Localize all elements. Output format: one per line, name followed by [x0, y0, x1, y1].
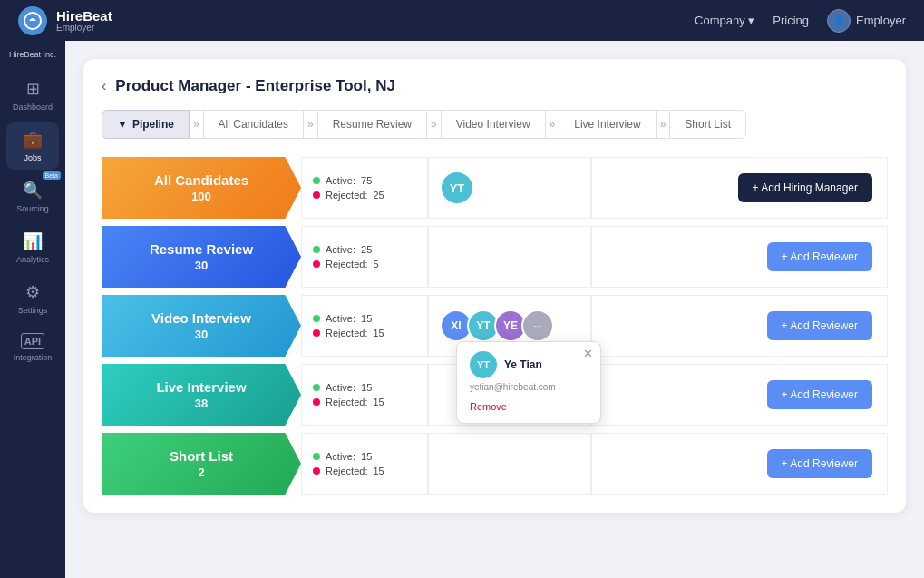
active-stat: Active: 15 [313, 313, 416, 324]
sidebar-item-jobs[interactable]: 💼 Jobs [6, 122, 59, 170]
main-layout: HireBeat Inc. ⊞ Dashboard 💼 Jobs 🔍 Sourc… [0, 41, 924, 578]
active-stat: Active: 15 [313, 382, 416, 393]
topnav-links: Company ▾ Pricing 👤 Employer [695, 9, 906, 33]
logo-area: HireBeat Employer [18, 6, 112, 35]
avatars-short-list [428, 433, 591, 495]
active-dot [313, 453, 320, 460]
rejected-stat: Rejected: 5 [313, 259, 416, 269]
sidebar-item-analytics[interactable]: 📊 Analytics [6, 224, 59, 271]
add-reviewer-button-2[interactable]: + Add Reviewer [767, 311, 872, 340]
back-button[interactable]: ‹ [102, 78, 106, 94]
avatars-all-candidates: YT [428, 157, 591, 219]
reviewer-tooltip: ✕ YT Ye Tian yetian@hirebeat.com Remove [456, 341, 601, 424]
tab-all-candidates[interactable]: All Candidates [203, 110, 304, 139]
action-short-list: + Add Reviewer [591, 433, 888, 495]
active-stat: Active: 25 [313, 244, 416, 255]
tab-short-list[interactable]: Short List [669, 110, 746, 139]
dashboard-icon: ⊞ [26, 79, 40, 99]
tooltip-email: yetian@hirebeat.com [470, 382, 588, 392]
beta-badge: Beta [43, 171, 61, 180]
stage-name: Resume Review [150, 241, 253, 257]
active-dot [313, 315, 320, 322]
tooltip-close-button[interactable]: ✕ [583, 348, 593, 359]
sidebar-label-dashboard: Dashboard [13, 103, 53, 112]
logo-name: HireBeat [56, 9, 112, 23]
main-card: ‹ Product Manager - Enterprise Tool, NJ … [83, 59, 906, 513]
page-header: ‹ Product Manager - Enterprise Tool, NJ [102, 77, 888, 95]
stage-short-list: Short List 2 [102, 433, 301, 495]
tooltip-name: Ye Tian [504, 358, 542, 371]
logo-text-block: HireBeat Employer [56, 9, 112, 33]
sidebar-label-integration: Integration [14, 353, 53, 362]
filter-icon: ▼ [117, 118, 128, 131]
employer-avatar: 👤 [827, 9, 851, 33]
tab-arrow-1: » [190, 110, 203, 139]
active-stat: Active: 75 [313, 175, 416, 186]
avatars-video-interview: XI YT YE ··· ✕ YT Ye Tian yetian@hirebea… [428, 295, 591, 357]
sidebar-item-dashboard[interactable]: ⊞ Dashboard [6, 72, 59, 119]
rejected-dot [313, 260, 320, 268]
active-dot [313, 384, 320, 391]
pricing-link[interactable]: Pricing [773, 14, 809, 27]
tooltip-avatar: YT [470, 351, 497, 378]
tooltip-header: YT Ye Tian [470, 351, 588, 378]
logo-icon [18, 6, 47, 35]
stage-count: 38 [195, 397, 208, 410]
rejected-stat: Rejected: 25 [313, 190, 416, 201]
tooltip-remove-button[interactable]: Remove [470, 401, 507, 412]
stage-row-resume-review: Resume Review 30 Active: 25 Rejected: 5 [102, 226, 888, 288]
jobs-icon: 💼 [23, 130, 43, 150]
sidebar-item-settings[interactable]: ⚙ Settings [6, 275, 59, 322]
action-all-candidates: + Add Hiring Manager [591, 157, 888, 219]
stats-short-list: Active: 15 Rejected: 15 [301, 433, 428, 495]
sidebar-item-sourcing[interactable]: 🔍 Sourcing Beta [6, 173, 59, 220]
tab-arrow-2: » [304, 110, 317, 139]
stage-name: Short List [170, 448, 233, 464]
action-live-interview: + Add Reviewer [591, 364, 888, 426]
stage-count: 2 [198, 465, 204, 479]
sidebar-label-sourcing: Sourcing [16, 204, 49, 213]
sidebar-label-settings: Settings [18, 306, 48, 315]
tab-arrow-5: » [657, 110, 670, 139]
action-video-interview: + Add Reviewer [591, 295, 888, 357]
stage-row-all-candidates: All Candidates 100 Active: 75 Rejected: … [102, 157, 888, 219]
stage-count: 30 [195, 259, 208, 272]
stage-video-interview: Video Interview 30 [102, 295, 301, 357]
rejected-stat: Rejected: 15 [313, 397, 416, 407]
sidebar-company: HireBeat Inc. [9, 50, 56, 61]
add-reviewer-button-4[interactable]: + Add Reviewer [767, 449, 872, 478]
company-menu[interactable]: Company ▾ [695, 14, 754, 27]
content-area: ‹ Product Manager - Enterprise Tool, NJ … [65, 41, 924, 578]
avatar-more[interactable]: ··· [521, 309, 554, 342]
page-title: Product Manager - Enterprise Tool, NJ [115, 77, 395, 95]
stats-video-interview: Active: 15 Rejected: 15 [301, 295, 428, 357]
sourcing-icon: 🔍 [23, 181, 43, 201]
stage-name: Live Interview [156, 379, 246, 395]
sidebar-label-analytics: Analytics [16, 255, 49, 264]
analytics-icon: 📊 [23, 231, 43, 251]
stage-name: All Candidates [154, 172, 248, 188]
active-dot [313, 177, 320, 184]
integration-icon: API [21, 333, 44, 349]
tab-arrow-3: » [427, 110, 441, 139]
sidebar-item-integration[interactable]: API Integration [6, 326, 59, 369]
rejected-dot [313, 329, 320, 337]
add-hiring-manager-button[interactable]: + Add Hiring Manager [738, 173, 872, 202]
stage-live-interview: Live Interview 38 [102, 364, 301, 426]
stage-resume-review: Resume Review 30 [102, 226, 301, 288]
tab-resume-review[interactable]: Resume Review [317, 110, 427, 139]
employer-menu[interactable]: 👤 Employer [827, 9, 906, 33]
stage-count: 100 [191, 190, 211, 203]
add-reviewer-button-3[interactable]: + Add Reviewer [767, 380, 872, 409]
stage-all-candidates: All Candidates 100 [102, 157, 301, 219]
stats-resume-review: Active: 25 Rejected: 5 [301, 226, 428, 288]
stage-row-video-interview: Video Interview 30 Active: 15 Rejected: … [102, 295, 888, 357]
avatar-yt[interactable]: YT [440, 171, 474, 205]
stage-row-short-list: Short List 2 Active: 15 Rejected: 15 [102, 433, 888, 495]
tab-arrow-4: » [546, 110, 559, 139]
rejected-stat: Rejected: 15 [313, 328, 416, 338]
tab-pipeline[interactable]: ▼ Pipeline [102, 110, 190, 139]
add-reviewer-button-1[interactable]: + Add Reviewer [767, 242, 872, 271]
tab-video-interview[interactable]: Video Interview [441, 110, 546, 139]
tab-live-interview[interactable]: Live Interview [559, 110, 656, 139]
